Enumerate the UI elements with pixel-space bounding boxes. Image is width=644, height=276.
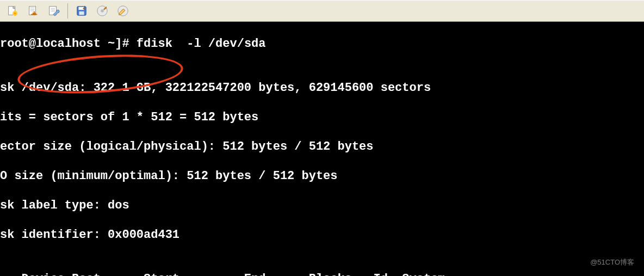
disk-open-icon xyxy=(96,5,108,17)
output-line: ector size (logical/physical): 512 bytes… xyxy=(0,139,644,154)
disk-save-icon xyxy=(76,5,88,17)
output-line: sk identifier: 0x000ad431 xyxy=(0,228,644,242)
svg-rect-7 xyxy=(79,11,84,15)
settings-wrench-icon xyxy=(48,5,60,17)
save-button[interactable] xyxy=(24,3,42,19)
output-line: its = sectors of 1 * 512 = 512 bytes xyxy=(0,110,644,125)
disk-save-button[interactable] xyxy=(72,3,91,19)
prompt: root@localhost ~]# xyxy=(0,37,137,51)
new-icon xyxy=(7,5,18,17)
new-button[interactable] xyxy=(3,3,22,19)
output-line: sk label type: dos xyxy=(0,198,644,213)
output-line: O size (minimum/optimal): 512 bytes / 51… xyxy=(0,169,644,183)
output-line: sk /dev/sda: 322.1 GB, 322122547200 byte… xyxy=(0,81,644,95)
disk-open-button[interactable] xyxy=(93,3,112,19)
toolbar xyxy=(0,0,644,22)
watermark: @51CTO博客 xyxy=(590,255,634,269)
svg-point-9 xyxy=(101,9,104,13)
table-header: Device Boot Start End Blocks Id System xyxy=(0,272,644,276)
settings-button[interactable] xyxy=(45,3,63,19)
disk-edit-button[interactable] xyxy=(114,3,132,19)
svg-point-2 xyxy=(14,13,16,15)
terminal[interactable]: root@localhost ~]# fdisk -l /dev/sda sk … xyxy=(0,22,644,276)
toolbar-separator xyxy=(67,3,68,19)
command-text: fdisk -l /dev/sda xyxy=(137,37,266,51)
prompt-line: root@localhost ~]# fdisk -l /dev/sda xyxy=(0,36,644,51)
disk-edit-icon xyxy=(117,5,129,17)
save-icon xyxy=(27,5,39,17)
window: root@localhost ~]# fdisk -l /dev/sda sk … xyxy=(0,0,644,276)
